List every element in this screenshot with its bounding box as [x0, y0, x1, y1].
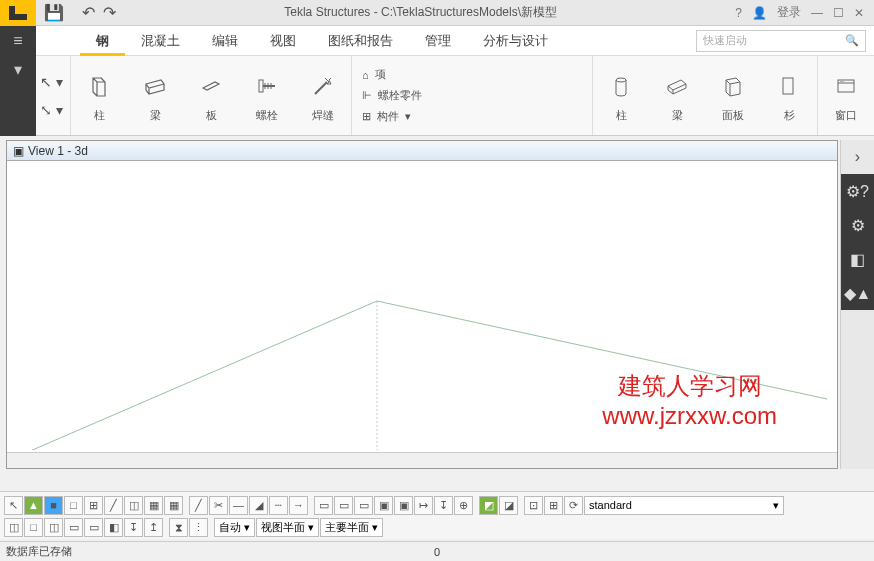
combo-main-half[interactable]: 主要半面 ▾: [320, 518, 383, 537]
expand-panel-icon[interactable]: ›: [841, 140, 874, 174]
settings-icon[interactable]: ⚙: [841, 208, 874, 242]
tbtn-line2[interactable]: —: [229, 496, 248, 515]
combo-auto[interactable]: 自动 ▾: [214, 518, 255, 537]
list-item-part[interactable]: ⌂项: [362, 67, 441, 82]
tbtn-r2-2[interactable]: □: [24, 518, 43, 537]
svg-rect-0: [9, 14, 27, 20]
hamburger-icon[interactable]: ≡: [13, 32, 22, 50]
tbtn-sq3[interactable]: ▭: [314, 496, 333, 515]
watermark: 建筑人学习网 www.jzrxxw.com: [602, 370, 777, 430]
tbtn-sq2[interactable]: □: [64, 496, 83, 515]
tbtn-r2-7[interactable]: ↧: [124, 518, 143, 537]
view-window-icon: ▣: [13, 144, 24, 158]
tab-concrete[interactable]: 混凝土: [125, 26, 196, 56]
tbtn-dash[interactable]: ┄: [269, 496, 288, 515]
tbtn-r2-1[interactable]: ◫: [4, 518, 23, 537]
tbtn-r2-5[interactable]: ▭: [84, 518, 103, 537]
tbtn-grid3[interactable]: ▦: [164, 496, 183, 515]
save-icon[interactable]: 💾: [44, 3, 64, 22]
tbtn-rarrow[interactable]: ↦: [414, 496, 433, 515]
tool-concrete-beam[interactable]: 梁: [649, 56, 705, 135]
tbtn-cursor[interactable]: ↖: [4, 496, 23, 515]
tbtn-r2-hg[interactable]: ⧗: [169, 518, 188, 537]
tool-beam[interactable]: 梁: [127, 56, 183, 135]
tbtn-dim[interactable]: ⊡: [524, 496, 543, 515]
tab-manage[interactable]: 管理: [409, 26, 467, 56]
tbtn-r2-6[interactable]: ◧: [104, 518, 123, 537]
tbtn-refresh[interactable]: ⟳: [564, 496, 583, 515]
status-center-value: 0: [434, 546, 440, 558]
tab-steel[interactable]: 钢: [80, 26, 125, 56]
tool-plate[interactable]: 板: [183, 56, 239, 135]
tbtn-line[interactable]: ╱: [189, 496, 208, 515]
tool-panel[interactable]: 面板: [705, 56, 761, 135]
tbtn-radial[interactable]: ⊕: [454, 496, 473, 515]
tbtn-dim2[interactable]: ⊞: [544, 496, 563, 515]
tbtn-grid2[interactable]: ▦: [144, 496, 163, 515]
settings-help-icon[interactable]: ⚙?: [841, 174, 874, 208]
tbtn-sq7[interactable]: ▣: [394, 496, 413, 515]
cube-icon[interactable]: ◧: [841, 242, 874, 276]
list-item-bolt-parts[interactable]: ⊩螺栓零件: [362, 88, 441, 103]
cursor-alt-icon[interactable]: ⤡ ▾: [40, 102, 70, 118]
svg-line-14: [7, 301, 377, 450]
tab-analysis[interactable]: 分析与设计: [467, 26, 564, 56]
tbtn-view1[interactable]: ◩: [479, 496, 498, 515]
search-icon: 🔍: [845, 34, 859, 47]
viewport-3d[interactable]: 1 建筑人学习网 www.jzrxxw.com: [7, 161, 837, 450]
tool-bolt[interactable]: 螺栓: [239, 56, 295, 135]
list-item-assembly[interactable]: ⊞构件 ▾: [362, 109, 441, 124]
tbtn-diag[interactable]: ╱: [104, 496, 123, 515]
tool-extra[interactable]: 杉: [761, 56, 817, 135]
tbtn-sq5[interactable]: ▭: [354, 496, 373, 515]
shapes-icon[interactable]: ◆▲: [841, 276, 874, 310]
tbtn-view2[interactable]: ◪: [499, 496, 518, 515]
tbtn-r2-3[interactable]: ◫: [44, 518, 63, 537]
bolt-icon: ⊩: [362, 89, 372, 102]
dropdown-icon[interactable]: ▾: [14, 60, 22, 79]
tbtn-sq6[interactable]: ▣: [374, 496, 393, 515]
svg-point-12: [840, 81, 841, 82]
tab-edit[interactable]: 编辑: [196, 26, 254, 56]
tab-view[interactable]: 视图: [254, 26, 312, 56]
tbtn-r2-9[interactable]: ⋮: [189, 518, 208, 537]
cursor-select-icon[interactable]: ↖ ▾: [40, 74, 70, 90]
redo-icon[interactable]: ↷: [103, 3, 116, 22]
undo-icon[interactable]: ↶: [82, 3, 95, 22]
svg-rect-10: [838, 80, 854, 92]
tbtn-darrow[interactable]: ↧: [434, 496, 453, 515]
combo-standard[interactable]: standard▾: [584, 496, 784, 515]
svg-line-7: [315, 82, 327, 94]
minimize-icon[interactable]: —: [811, 6, 823, 20]
tbtn-cnr[interactable]: ◢: [249, 496, 268, 515]
login-link[interactable]: 登录: [777, 4, 801, 21]
tbtn-sq4[interactable]: ▭: [334, 496, 353, 515]
tbtn-cube1[interactable]: ◫: [124, 496, 143, 515]
quick-launch-search[interactable]: 快速启动 🔍: [696, 30, 866, 52]
item-icon: ⌂: [362, 69, 369, 81]
tool-window[interactable]: 窗口: [818, 56, 874, 135]
view-title: View 1 - 3d: [28, 144, 88, 158]
view-titlebar[interactable]: ▣ View 1 - 3d: [7, 141, 837, 161]
close-icon[interactable]: ✕: [854, 6, 864, 20]
combo-view-half[interactable]: 视图半面 ▾: [256, 518, 319, 537]
status-message: 数据库已存储: [6, 544, 72, 559]
maximize-icon[interactable]: ☐: [833, 6, 844, 20]
help-icon[interactable]: ?: [735, 6, 742, 20]
tbtn-r2-4[interactable]: ▭: [64, 518, 83, 537]
tab-drawings[interactable]: 图纸和报告: [312, 26, 409, 56]
tool-weld[interactable]: 焊缝: [295, 56, 351, 135]
tbtn-cut[interactable]: ✂: [209, 496, 228, 515]
tbtn-grid1[interactable]: ⊞: [84, 496, 103, 515]
app-logo[interactable]: [0, 0, 36, 26]
tbtn-sq1[interactable]: ■: [44, 496, 63, 515]
svg-point-13: [842, 81, 843, 82]
horizontal-scrollbar[interactable]: [7, 452, 837, 468]
tool-column[interactable]: 柱: [71, 56, 127, 135]
tbtn-arrow[interactable]: →: [289, 496, 308, 515]
user-icon[interactable]: 👤: [752, 6, 767, 20]
tbtn-tri1[interactable]: ▲: [24, 496, 43, 515]
tool-concrete-column[interactable]: 柱: [593, 56, 649, 135]
tbtn-r2-8[interactable]: ↥: [144, 518, 163, 537]
window-title: Tekla Structures - C:\TeklaStructuresMod…: [116, 4, 725, 21]
